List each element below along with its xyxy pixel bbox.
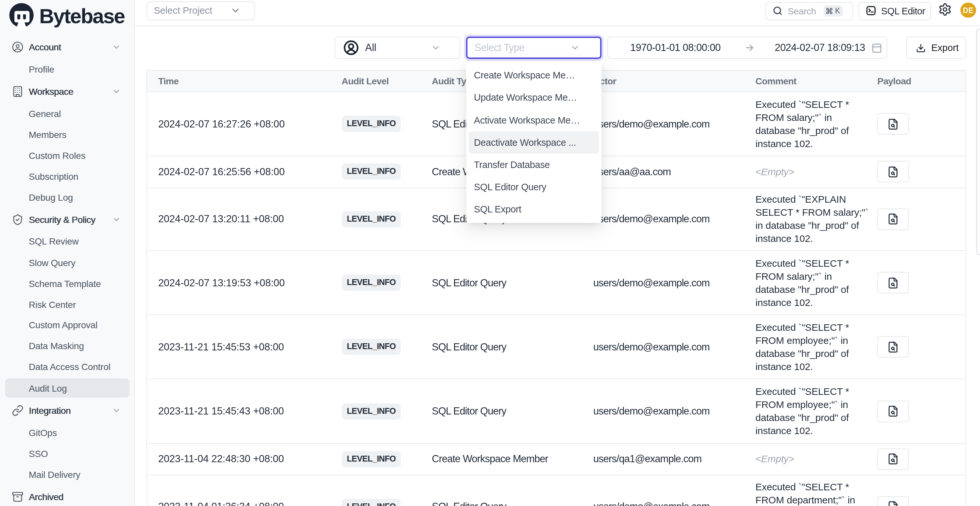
svg-text:Bytebase: Bytebase (39, 4, 124, 27)
